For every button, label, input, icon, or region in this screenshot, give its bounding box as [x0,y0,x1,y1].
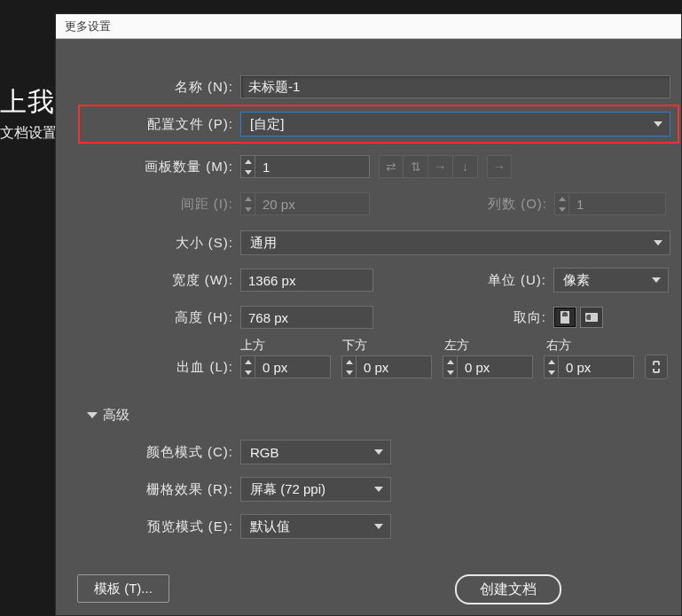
color-mode-label: 颜色模式 (C): [56,444,233,461]
cols-label: 列数 (O): [370,196,547,213]
size-dropdown[interactable]: 通用 [240,230,670,255]
artboard-arrange-group: ⇄ ⇅ → ↓ [379,155,478,178]
spacing-input [255,192,370,215]
bleed-top-header: 上方 [240,338,342,354]
arrange-col-icon[interactable]: ↓ [453,155,478,178]
preview-mode-label: 预览模式 (E): [56,519,233,535]
name-label: 名称 (N): [56,79,233,96]
rtl-icon[interactable]: → [487,155,512,178]
chevron-down-icon [652,277,661,283]
bleed-link-button[interactable] [645,355,668,379]
bleed-right-header: 右方 [546,338,648,354]
bleed-right-input[interactable] [558,355,634,378]
spacing-spinner [240,192,255,215]
bleed-label: 出血 (L): [56,359,233,376]
advanced-toggle[interactable]: 高级 [87,407,129,424]
orientation-landscape-button[interactable] [580,307,603,328]
unit-dropdown[interactable]: 像素 [553,268,669,292]
welcome-headline: 上我 [0,84,55,121]
raster-effects-label: 栅格效果 (R): [56,481,233,498]
bleed-bottom-header: 下方 [342,338,444,354]
profile-dropdown[interactable]: [自定] [240,112,670,136]
chevron-down-icon [374,524,383,529]
width-input[interactable] [240,269,373,292]
color-mode-value: RGB [250,445,279,460]
grid-by-row-icon[interactable]: ⇄ [379,155,404,178]
artboard-count-label: 画板数量 (M): [56,159,233,175]
preview-mode-dropdown[interactable]: 默认值 [240,514,391,539]
grid-by-col-icon[interactable]: ⇅ [404,155,428,178]
profile-label: 配置文件 (P): [56,116,233,133]
more-settings-dialog: 更多设置 名称 (N): 配置文件 (P): [自定] 画板数量 (M): [55,13,682,616]
unit-value: 像素 [563,272,590,289]
width-label: 宽度 (W): [56,272,233,289]
unit-label: 单位 (U): [373,272,546,289]
dialog-title: 更多设置 [56,14,681,39]
artboard-count-input[interactable] [255,155,370,178]
portrait-icon [560,311,569,324]
template-button[interactable]: 模板 (T)... [77,574,169,603]
bleed-bottom-spinner[interactable] [341,355,356,378]
bleed-left-header: 左方 [444,338,546,354]
spinner-down-icon[interactable] [241,167,255,177]
advanced-label: 高级 [103,407,129,424]
raster-effects-dropdown[interactable]: 屏幕 (72 ppi) [240,477,391,502]
orientation-label: 取向: [373,309,546,326]
cols-spinner [554,192,568,215]
size-value: 通用 [250,235,277,252]
size-label: 大小 (S): [56,235,233,252]
artboard-spinner[interactable] [240,155,255,178]
raster-effects-value: 屏幕 (72 ppi) [250,481,325,498]
cols-input [568,192,666,215]
chevron-down-icon [654,240,662,246]
spacing-label: 间距 (I): [56,196,233,213]
bleed-left-input[interactable] [457,355,533,378]
arrange-row-icon[interactable]: → [428,155,453,178]
bleed-left-spinner[interactable] [443,355,457,378]
link-icon [651,360,662,374]
name-input[interactable] [240,75,670,98]
chevron-down-icon [374,487,383,492]
create-document-button[interactable]: 创建文档 [455,574,561,604]
chevron-down-icon [374,449,383,455]
bleed-top-input[interactable] [255,355,331,378]
landscape-icon [585,313,598,322]
preview-mode-value: 默认值 [250,519,290,535]
bleed-top-spinner[interactable] [240,355,255,378]
orientation-portrait-button[interactable] [553,307,576,328]
height-input[interactable] [240,306,373,329]
bleed-bottom-input[interactable] [356,355,432,378]
welcome-subtext: 文档设置 [0,124,57,143]
chevron-down-icon [654,121,662,127]
color-mode-dropdown[interactable]: RGB [240,440,391,464]
spinner-up-icon[interactable] [241,156,255,167]
bleed-right-spinner[interactable] [544,355,558,378]
height-label: 高度 (H): [56,309,233,326]
profile-value: [自定] [250,116,284,133]
disclosure-triangle-icon [87,412,98,418]
